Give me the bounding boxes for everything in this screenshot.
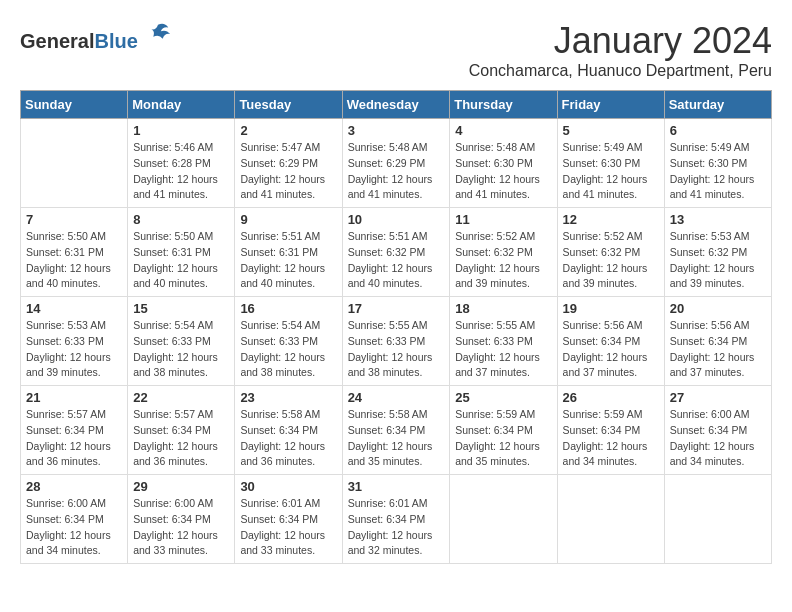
cell-sun-info: Sunrise: 6:00 AMSunset: 6:34 PMDaylight:… xyxy=(670,407,766,470)
calendar-cell: 30Sunrise: 6:01 AMSunset: 6:34 PMDayligh… xyxy=(235,475,342,564)
calendar-cell: 29Sunrise: 6:00 AMSunset: 6:34 PMDayligh… xyxy=(128,475,235,564)
cell-sun-info: Sunrise: 6:00 AMSunset: 6:34 PMDaylight:… xyxy=(26,496,122,559)
day-number: 24 xyxy=(348,390,445,405)
calendar-cell: 22Sunrise: 5:57 AMSunset: 6:34 PMDayligh… xyxy=(128,386,235,475)
cell-sun-info: Sunrise: 5:55 AMSunset: 6:33 PMDaylight:… xyxy=(455,318,551,381)
cell-sun-info: Sunrise: 5:52 AMSunset: 6:32 PMDaylight:… xyxy=(563,229,659,292)
cell-sun-info: Sunrise: 5:51 AMSunset: 6:31 PMDaylight:… xyxy=(240,229,336,292)
calendar-cell: 18Sunrise: 5:55 AMSunset: 6:33 PMDayligh… xyxy=(450,297,557,386)
day-number: 22 xyxy=(133,390,229,405)
weekday-header-thursday: Thursday xyxy=(450,91,557,119)
month-title: January 2024 xyxy=(469,20,772,62)
cell-sun-info: Sunrise: 5:47 AMSunset: 6:29 PMDaylight:… xyxy=(240,140,336,203)
cell-sun-info: Sunrise: 6:01 AMSunset: 6:34 PMDaylight:… xyxy=(240,496,336,559)
cell-sun-info: Sunrise: 5:55 AMSunset: 6:33 PMDaylight:… xyxy=(348,318,445,381)
calendar-cell: 12Sunrise: 5:52 AMSunset: 6:32 PMDayligh… xyxy=(557,208,664,297)
calendar-cell: 9Sunrise: 5:51 AMSunset: 6:31 PMDaylight… xyxy=(235,208,342,297)
page-header: GeneralBlue January 2024 Conchamarca, Hu… xyxy=(20,20,772,80)
cell-sun-info: Sunrise: 5:59 AMSunset: 6:34 PMDaylight:… xyxy=(563,407,659,470)
calendar-cell xyxy=(664,475,771,564)
day-number: 26 xyxy=(563,390,659,405)
calendar-cell: 7Sunrise: 5:50 AMSunset: 6:31 PMDaylight… xyxy=(21,208,128,297)
calendar-cell: 28Sunrise: 6:00 AMSunset: 6:34 PMDayligh… xyxy=(21,475,128,564)
day-number: 1 xyxy=(133,123,229,138)
day-number: 12 xyxy=(563,212,659,227)
cell-sun-info: Sunrise: 5:46 AMSunset: 6:28 PMDaylight:… xyxy=(133,140,229,203)
weekday-header-saturday: Saturday xyxy=(664,91,771,119)
day-number: 27 xyxy=(670,390,766,405)
calendar-cell: 25Sunrise: 5:59 AMSunset: 6:34 PMDayligh… xyxy=(450,386,557,475)
day-number: 29 xyxy=(133,479,229,494)
location-subtitle: Conchamarca, Huanuco Department, Peru xyxy=(469,62,772,80)
day-number: 6 xyxy=(670,123,766,138)
day-number: 8 xyxy=(133,212,229,227)
logo: GeneralBlue xyxy=(20,20,172,53)
calendar-cell xyxy=(557,475,664,564)
weekday-header-monday: Monday xyxy=(128,91,235,119)
calendar-cell: 3Sunrise: 5:48 AMSunset: 6:29 PMDaylight… xyxy=(342,119,450,208)
weekday-header-sunday: Sunday xyxy=(21,91,128,119)
calendar-cell: 6Sunrise: 5:49 AMSunset: 6:30 PMDaylight… xyxy=(664,119,771,208)
calendar-cell: 21Sunrise: 5:57 AMSunset: 6:34 PMDayligh… xyxy=(21,386,128,475)
cell-sun-info: Sunrise: 5:58 AMSunset: 6:34 PMDaylight:… xyxy=(348,407,445,470)
day-number: 18 xyxy=(455,301,551,316)
calendar-cell: 31Sunrise: 6:01 AMSunset: 6:34 PMDayligh… xyxy=(342,475,450,564)
day-number: 20 xyxy=(670,301,766,316)
cell-sun-info: Sunrise: 5:50 AMSunset: 6:31 PMDaylight:… xyxy=(133,229,229,292)
day-number: 31 xyxy=(348,479,445,494)
day-number: 11 xyxy=(455,212,551,227)
cell-sun-info: Sunrise: 6:01 AMSunset: 6:34 PMDaylight:… xyxy=(348,496,445,559)
calendar-cell: 4Sunrise: 5:48 AMSunset: 6:30 PMDaylight… xyxy=(450,119,557,208)
day-number: 25 xyxy=(455,390,551,405)
calendar-cell: 17Sunrise: 5:55 AMSunset: 6:33 PMDayligh… xyxy=(342,297,450,386)
calendar-cell: 23Sunrise: 5:58 AMSunset: 6:34 PMDayligh… xyxy=(235,386,342,475)
cell-sun-info: Sunrise: 5:53 AMSunset: 6:32 PMDaylight:… xyxy=(670,229,766,292)
day-number: 30 xyxy=(240,479,336,494)
calendar-week-row: 28Sunrise: 6:00 AMSunset: 6:34 PMDayligh… xyxy=(21,475,772,564)
cell-sun-info: Sunrise: 5:59 AMSunset: 6:34 PMDaylight:… xyxy=(455,407,551,470)
day-number: 13 xyxy=(670,212,766,227)
calendar-cell: 11Sunrise: 5:52 AMSunset: 6:32 PMDayligh… xyxy=(450,208,557,297)
weekday-header-row: SundayMondayTuesdayWednesdayThursdayFrid… xyxy=(21,91,772,119)
cell-sun-info: Sunrise: 5:49 AMSunset: 6:30 PMDaylight:… xyxy=(563,140,659,203)
cell-sun-info: Sunrise: 5:52 AMSunset: 6:32 PMDaylight:… xyxy=(455,229,551,292)
day-number: 4 xyxy=(455,123,551,138)
calendar-cell: 27Sunrise: 6:00 AMSunset: 6:34 PMDayligh… xyxy=(664,386,771,475)
calendar-week-row: 7Sunrise: 5:50 AMSunset: 6:31 PMDaylight… xyxy=(21,208,772,297)
calendar-cell: 16Sunrise: 5:54 AMSunset: 6:33 PMDayligh… xyxy=(235,297,342,386)
day-number: 3 xyxy=(348,123,445,138)
day-number: 9 xyxy=(240,212,336,227)
cell-sun-info: Sunrise: 5:54 AMSunset: 6:33 PMDaylight:… xyxy=(133,318,229,381)
cell-sun-info: Sunrise: 5:58 AMSunset: 6:34 PMDaylight:… xyxy=(240,407,336,470)
day-number: 16 xyxy=(240,301,336,316)
weekday-header-tuesday: Tuesday xyxy=(235,91,342,119)
logo-bird-icon xyxy=(144,20,172,48)
calendar-cell: 19Sunrise: 5:56 AMSunset: 6:34 PMDayligh… xyxy=(557,297,664,386)
day-number: 7 xyxy=(26,212,122,227)
calendar-cell: 1Sunrise: 5:46 AMSunset: 6:28 PMDaylight… xyxy=(128,119,235,208)
day-number: 15 xyxy=(133,301,229,316)
calendar-cell xyxy=(21,119,128,208)
cell-sun-info: Sunrise: 5:48 AMSunset: 6:30 PMDaylight:… xyxy=(455,140,551,203)
calendar-cell: 14Sunrise: 5:53 AMSunset: 6:33 PMDayligh… xyxy=(21,297,128,386)
calendar-week-row: 21Sunrise: 5:57 AMSunset: 6:34 PMDayligh… xyxy=(21,386,772,475)
cell-sun-info: Sunrise: 5:57 AMSunset: 6:34 PMDaylight:… xyxy=(26,407,122,470)
day-number: 19 xyxy=(563,301,659,316)
cell-sun-info: Sunrise: 5:48 AMSunset: 6:29 PMDaylight:… xyxy=(348,140,445,203)
logo-general: GeneralBlue xyxy=(20,34,142,51)
calendar-cell: 2Sunrise: 5:47 AMSunset: 6:29 PMDaylight… xyxy=(235,119,342,208)
day-number: 23 xyxy=(240,390,336,405)
cell-sun-info: Sunrise: 5:53 AMSunset: 6:33 PMDaylight:… xyxy=(26,318,122,381)
calendar-cell: 10Sunrise: 5:51 AMSunset: 6:32 PMDayligh… xyxy=(342,208,450,297)
title-area: January 2024 Conchamarca, Huanuco Depart… xyxy=(469,20,772,80)
calendar-table: SundayMondayTuesdayWednesdayThursdayFrid… xyxy=(20,90,772,564)
day-number: 21 xyxy=(26,390,122,405)
cell-sun-info: Sunrise: 5:56 AMSunset: 6:34 PMDaylight:… xyxy=(563,318,659,381)
day-number: 10 xyxy=(348,212,445,227)
day-number: 17 xyxy=(348,301,445,316)
calendar-cell: 20Sunrise: 5:56 AMSunset: 6:34 PMDayligh… xyxy=(664,297,771,386)
day-number: 2 xyxy=(240,123,336,138)
cell-sun-info: Sunrise: 5:56 AMSunset: 6:34 PMDaylight:… xyxy=(670,318,766,381)
calendar-cell: 26Sunrise: 5:59 AMSunset: 6:34 PMDayligh… xyxy=(557,386,664,475)
day-number: 28 xyxy=(26,479,122,494)
